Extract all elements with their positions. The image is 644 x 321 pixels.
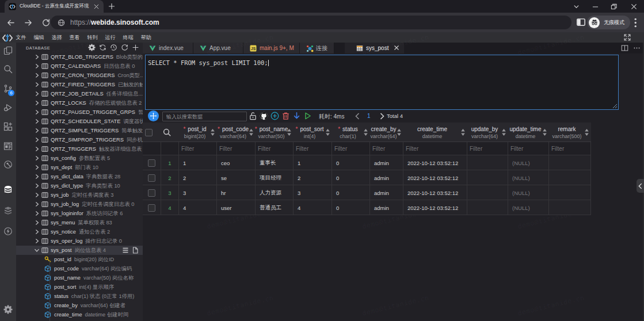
- filter-cell[interactable]: Filter: [508, 142, 549, 155]
- menu-item[interactable]: 编辑: [30, 34, 48, 41]
- sort-icon[interactable]: [460, 128, 466, 136]
- tab-search-icon[interactable]: [567, 0, 585, 13]
- tree-item[interactable]: QRTZ_TRIGGERS触发器详细信息表 3: [16, 144, 143, 154]
- db-sync-icon[interactable]: [99, 44, 106, 51]
- db-add-icon[interactable]: [132, 44, 139, 51]
- sort-icon[interactable]: [287, 128, 292, 136]
- editor-tab-index_vue[interactable]: index.vue: [143, 43, 193, 54]
- grid-row[interactable]: 44user普通员工40admin2022-10-12 03:52:12(NUL…: [143, 200, 591, 215]
- grid-col-header[interactable]: *post_codevarchar(64): [217, 123, 256, 142]
- forward-icon[interactable]: [21, 15, 36, 30]
- tree-item[interactable]: QRTZ_BLOB_TRIGGERSBlob类型的...: [16, 52, 143, 62]
- search-icon[interactable]: [3, 64, 13, 74]
- timeline-icon[interactable]: [3, 160, 13, 169]
- db-settings-icon[interactable]: [88, 44, 96, 51]
- prev-page-icon[interactable]: [355, 113, 361, 120]
- sort-icon[interactable]: [584, 128, 589, 136]
- sort-icon[interactable]: [210, 128, 215, 136]
- grid-cell[interactable]: admin: [370, 185, 403, 200]
- menu-item[interactable]: 转到: [83, 34, 101, 41]
- next-page-icon[interactable]: [380, 113, 386, 120]
- filter-cell[interactable]: Filter: [332, 142, 370, 155]
- tree-field-item[interactable]: post_idbigint(20) 岗位ID: [16, 255, 143, 264]
- grid-cell[interactable]: 3: [179, 185, 217, 200]
- search-data-input[interactable]: [162, 112, 247, 121]
- explorer-icon[interactable]: [3, 46, 13, 55]
- grid-cell[interactable]: (NULL): [508, 185, 549, 200]
- grid-cell[interactable]: 4: [294, 200, 332, 215]
- grid-cell[interactable]: [549, 185, 591, 200]
- select-all-checkbox[interactable]: [145, 129, 153, 136]
- page-number[interactable]: 1: [367, 113, 371, 119]
- grid-col-header[interactable]: *statuschar(1): [332, 123, 370, 142]
- extensions-icon[interactable]: [3, 122, 13, 131]
- preview-icon[interactable]: [3, 142, 13, 151]
- menu-item[interactable]: 运行: [101, 34, 119, 41]
- sort-icon[interactable]: [325, 128, 330, 136]
- grid-cell[interactable]: 董事长: [256, 155, 294, 170]
- grid-cell[interactable]: ceo: [217, 155, 256, 170]
- menu-item[interactable]: 终端: [119, 34, 137, 41]
- tree-field-item[interactable]: statuschar(1) 状态 (0正常 1停用): [16, 292, 143, 301]
- tree-field-item[interactable]: post_sortint(4) 显示顺序: [16, 282, 143, 292]
- grid-cell[interactable]: 0: [332, 200, 370, 215]
- grid-cell[interactable]: [467, 185, 508, 200]
- tree-item[interactable]: sys_job_log定时任务调度日志表 0: [16, 200, 143, 209]
- window-minimize-icon[interactable]: [586, 0, 604, 13]
- editor-tab-sys_post[interactable]: sys_post: [345, 43, 404, 54]
- resize-handle-icon[interactable]: [612, 104, 618, 109]
- tree-item[interactable]: sys_dict_data字典数据表 28: [16, 172, 143, 181]
- grid-cell[interactable]: 2022-10-12 03:52:12: [403, 155, 467, 170]
- tree-item[interactable]: QRTZ_CALENDARS日历信息表 0: [16, 62, 143, 71]
- grid-col-header[interactable]: update_timedatetime: [508, 123, 549, 142]
- grid-cell[interactable]: [467, 170, 508, 185]
- grid-cell[interactable]: 1: [179, 155, 217, 170]
- grid-col-header[interactable]: *post_namevarchar(50): [256, 123, 294, 142]
- grid-col-header[interactable]: update_byvarchar(64): [467, 123, 508, 142]
- grid-cell[interactable]: 1: [294, 155, 332, 170]
- delete-row-icon[interactable]: [281, 112, 290, 120]
- site-info-icon[interactable]: [58, 19, 65, 26]
- tree-item[interactable]: sys_post岗位信息表 4: [16, 246, 143, 255]
- side-panel-icon[interactable]: [576, 17, 586, 28]
- tree-field-item[interactable]: create_byvarchar(64) 创建者: [16, 301, 143, 310]
- grid-row[interactable]: 22se项目经理20admin2022-10-12 03:52:12(NULL): [143, 170, 591, 185]
- tab-close-icon[interactable]: [92, 2, 100, 10]
- filter-cell[interactable]: Filter: [256, 142, 294, 155]
- grid-cell[interactable]: 2022-10-12 03:52:12: [403, 170, 467, 185]
- filter-cell[interactable]: Filter: [467, 142, 508, 155]
- tree-item[interactable]: sys_menu菜单权限表 83: [16, 218, 143, 227]
- tree-item[interactable]: sys_logininfor系统访问记录 6: [16, 209, 143, 218]
- export-icon[interactable]: [292, 112, 301, 120]
- filter-cell[interactable]: Filter: [217, 142, 256, 155]
- grid-cell[interactable]: [549, 155, 591, 170]
- tree-item[interactable]: sys_oper_log操作日志记录 0: [16, 236, 143, 246]
- tree-item[interactable]: sys_config参数配置表 5: [16, 154, 143, 163]
- tree-item[interactable]: QRTZ_SCHEDULER_STATE调度器状...: [16, 117, 143, 126]
- tree-item[interactable]: QRTZ_PAUSED_TRIGGER_GRPS暂...: [16, 108, 143, 117]
- tree-item[interactable]: sys_dept部门表 10: [16, 163, 143, 172]
- window-restore-icon[interactable]: [605, 0, 622, 13]
- menu-item[interactable]: 选择: [48, 34, 66, 41]
- filter-cell[interactable]: Filter: [549, 142, 591, 155]
- filter-cell[interactable]: Filter: [179, 142, 217, 155]
- run-query-icon[interactable]: [303, 112, 312, 120]
- sort-icon[interactable]: [501, 128, 506, 136]
- tree-field-item[interactable]: post_namevarchar(50) 岗位名称: [16, 273, 143, 282]
- menu-item[interactable]: 帮助: [137, 34, 155, 41]
- power-icon[interactable]: [3, 227, 13, 236]
- grid-cell[interactable]: [467, 200, 508, 215]
- grid-search-icon[interactable]: [163, 128, 171, 136]
- grid-cell[interactable]: 0: [332, 170, 370, 185]
- row-checkbox[interactable]: [148, 189, 155, 197]
- split-editor-icon[interactable]: [621, 44, 628, 52]
- grid-cell[interactable]: 0: [332, 185, 370, 200]
- grid-cell[interactable]: user: [217, 200, 256, 215]
- grid-cell[interactable]: 2: [179, 170, 217, 185]
- unlock-icon[interactable]: [249, 112, 257, 120]
- sort-icon[interactable]: [363, 128, 368, 136]
- grid-cell[interactable]: [549, 170, 591, 185]
- new-sql-icon[interactable]: [132, 247, 139, 254]
- grid-cell[interactable]: se: [217, 170, 256, 185]
- back-icon[interactable]: [3, 15, 18, 30]
